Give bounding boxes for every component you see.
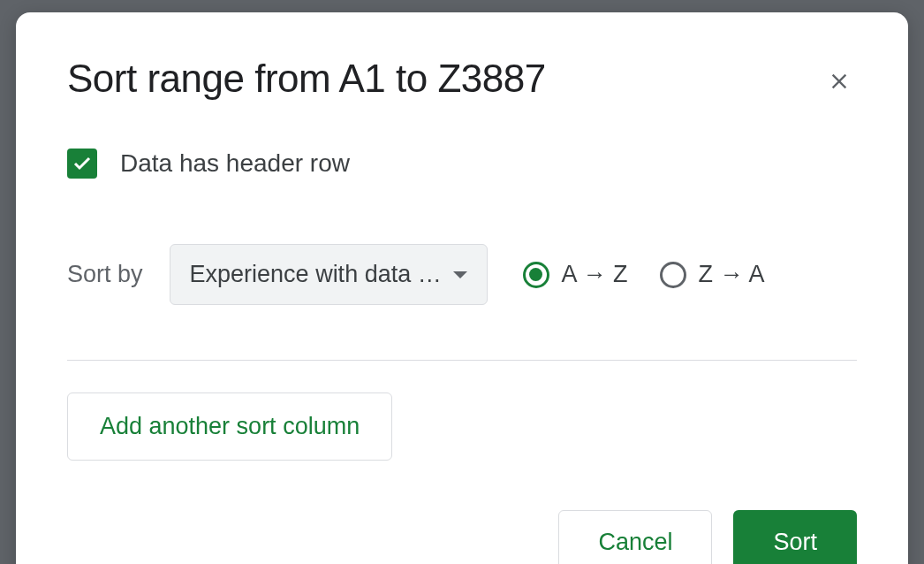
modal-backdrop: Sort range from A1 to Z3887 Data has hea… [0, 0, 924, 564]
close-button[interactable] [822, 64, 857, 99]
close-icon [827, 69, 852, 94]
radio-option-az[interactable]: A → Z [523, 261, 628, 288]
dialog-title: Sort range from A1 to Z3887 [67, 57, 857, 101]
radio-az [523, 262, 549, 288]
radio-za [660, 262, 686, 288]
dialog-actions: Cancel Sort [67, 510, 857, 564]
header-row-checkbox[interactable] [67, 149, 97, 179]
checkmark-icon [72, 153, 93, 174]
radio-za-label: Z → A [699, 261, 765, 288]
sort-direction-group: A → Z Z → A [523, 261, 765, 288]
header-row-label: Data has header row [120, 149, 350, 178]
sort-button[interactable]: Sort [733, 510, 857, 564]
cancel-button[interactable]: Cancel [558, 510, 712, 564]
sort-range-dialog: Sort range from A1 to Z3887 Data has hea… [16, 12, 908, 564]
radio-az-label: A → Z [562, 261, 628, 288]
divider [67, 360, 857, 361]
add-sort-column-button[interactable]: Add another sort column [67, 393, 392, 461]
sort-by-label: Sort by [67, 261, 143, 288]
dropdown-value: Experience with data v... [190, 261, 443, 288]
chevron-down-icon [453, 271, 467, 278]
sort-criteria-row: Sort by Experience with data v... A → Z … [67, 244, 857, 305]
sort-column-dropdown[interactable]: Experience with data v... [170, 244, 488, 305]
radio-option-za[interactable]: Z → A [660, 261, 765, 288]
header-row-checkbox-row: Data has header row [67, 149, 857, 179]
